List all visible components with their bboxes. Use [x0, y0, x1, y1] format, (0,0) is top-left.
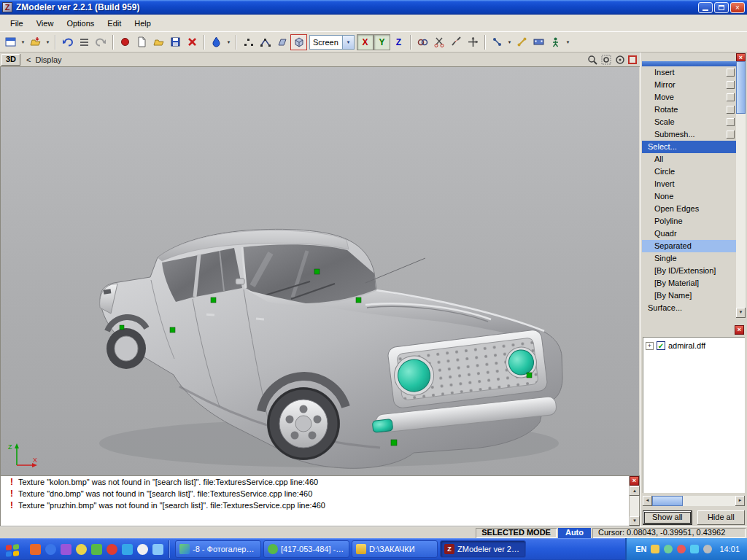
task-zmodeler[interactable]: Z ZModeler ver 2.2...	[440, 540, 526, 558]
bones-tool-button[interactable]	[514, 34, 530, 50]
orbit-icon[interactable]	[614, 54, 626, 66]
command-option-button[interactable]	[727, 93, 735, 101]
skeleton-dropdown[interactable]: ▼	[506, 34, 514, 50]
quick-launch-icon-3[interactable]	[61, 544, 71, 555]
language-indicator[interactable]: EN	[635, 545, 646, 553]
command-item-move[interactable]: Move	[642, 91, 736, 104]
maximize-viewport-button[interactable]	[628, 55, 637, 64]
view-mode-combobox[interactable]: Screen ▼	[309, 35, 355, 50]
quick-launch-icon-4[interactable]	[76, 544, 87, 555]
viewport-view-label[interactable]: Display	[35, 55, 61, 64]
scroll-right-icon[interactable]: ►	[735, 496, 745, 506]
open-file-button[interactable]	[150, 34, 167, 50]
log-entry[interactable]: ! Texture "kolon.bmp" was not found in "…	[1, 476, 639, 488]
command-option-button[interactable]	[727, 69, 735, 77]
edges-mode-button[interactable]	[257, 34, 274, 50]
command-item-insert[interactable]: Insert	[642, 66, 736, 79]
new-scene-button[interactable]	[2, 34, 19, 50]
axes-tool-button[interactable]	[465, 34, 481, 50]
tree-horizontal-scrollbar[interactable]: ◄ ►	[643, 496, 745, 506]
maximize-button[interactable]	[714, 2, 729, 13]
skeleton-tool-button[interactable]	[489, 34, 506, 50]
command-item-all[interactable]: All	[642, 153, 736, 166]
record-button[interactable]	[117, 34, 133, 50]
command-option-button[interactable]	[727, 118, 735, 126]
skin-tool-button[interactable]	[547, 34, 564, 50]
menu-help[interactable]: Help	[128, 16, 158, 31]
delete-button[interactable]	[184, 34, 201, 50]
scroll-down-icon[interactable]: ▼	[630, 516, 640, 526]
log-entry[interactable]: ! Texture "pruzhin.bmp" was not found in…	[1, 499, 639, 511]
axis-x-button[interactable]: X	[357, 34, 374, 50]
new-file-button[interactable]	[133, 34, 150, 50]
command-item-separated[interactable]: Separated	[642, 240, 736, 252]
import-dropdown[interactable]: ▼	[44, 34, 52, 50]
save-button[interactable]	[167, 34, 184, 50]
quick-launch-icon-9[interactable]	[152, 544, 163, 555]
start-button[interactable]	[4, 541, 21, 557]
menu-options[interactable]: Options	[60, 16, 101, 31]
command-item-scale[interactable]: Scale	[642, 116, 736, 128]
command-item-invert[interactable]: Invert	[642, 178, 736, 190]
scrollbar-thumb[interactable]	[652, 496, 683, 506]
close-icon[interactable]: ×	[735, 325, 744, 335]
quick-launch-icon-2[interactable]	[45, 544, 56, 555]
viewport-back-arrow[interactable]: <	[26, 55, 31, 64]
undo-button[interactable]	[59, 34, 76, 50]
quick-launch-icon-6[interactable]	[107, 544, 117, 555]
expand-icon[interactable]: +	[646, 342, 654, 350]
zoom-icon[interactable]	[587, 54, 598, 66]
scene-tree-item[interactable]: + ✓ admiral.dff	[646, 340, 742, 351]
material-dropdown[interactable]: ▼	[225, 34, 233, 50]
menu-view[interactable]: View	[30, 16, 61, 31]
command-item-none[interactable]: None	[642, 190, 736, 203]
command-item-quadr[interactable]: Quadr	[642, 228, 736, 240]
command-option-button[interactable]	[727, 81, 735, 89]
history-button[interactable]	[76, 34, 93, 50]
command-item-surface[interactable]: Surface...	[642, 302, 736, 314]
log-scrollbar[interactable]: × ▲ ▼	[629, 476, 639, 526]
command-option-button[interactable]	[727, 131, 735, 139]
close-icon[interactable]: ×	[630, 476, 639, 486]
import-button[interactable]	[27, 34, 44, 50]
log-entry[interactable]: ! Texture "dno.bmp" was not found in "[s…	[1, 488, 639, 499]
minimize-button[interactable]	[698, 2, 713, 13]
command-item-polyline[interactable]: Polyline	[642, 215, 736, 228]
scroll-down-icon[interactable]: ▼	[736, 308, 746, 318]
axis-z-button[interactable]: Z	[390, 34, 407, 50]
objects-mode-button[interactable]	[290, 34, 307, 50]
axis-y-button[interactable]: Y	[374, 34, 390, 50]
menu-file[interactable]: File	[4, 16, 30, 31]
animation-tool-button[interactable]	[530, 34, 547, 50]
redo-button[interactable]	[93, 34, 109, 50]
command-item-mirror[interactable]: Mirror	[642, 79, 736, 91]
task-photo-gallery[interactable]: -8 - Фотогалерея...	[175, 540, 261, 558]
command-option-button[interactable]	[727, 106, 735, 114]
tray-icon-4[interactable]	[690, 545, 699, 553]
scrollbar-thumb[interactable]	[736, 61, 746, 114]
command-item-partial[interactable]	[642, 61, 736, 66]
new-scene-dropdown[interactable]: ▼	[19, 34, 27, 50]
tray-icon-3[interactable]	[677, 545, 686, 553]
command-item-submesh[interactable]: Submesh...	[642, 128, 736, 141]
command-item-by-id[interactable]: [By ID/Extension]	[642, 265, 736, 277]
combobox-arrow-icon[interactable]: ▼	[342, 36, 354, 49]
break-tool-button[interactable]	[448, 34, 465, 50]
tray-icon-1[interactable]	[651, 545, 659, 553]
quick-launch-icon-1[interactable]	[30, 544, 41, 555]
task-icq[interactable]: [417-053-484] - O...	[263, 540, 349, 558]
quick-launch-icon-5[interactable]	[91, 544, 102, 555]
menu-edit[interactable]: Edit	[101, 16, 128, 31]
vertices-mode-button[interactable]	[240, 34, 257, 50]
command-item-rotate[interactable]: Rotate	[642, 104, 736, 116]
skin-dropdown[interactable]: ▼	[564, 34, 572, 50]
command-item-open-edges[interactable]: Open Edges	[642, 203, 736, 215]
zoom-region-icon[interactable]	[600, 54, 612, 66]
hide-all-button[interactable]: Hide all	[697, 510, 746, 525]
close-button[interactable]: ×	[730, 2, 745, 13]
scroll-left-icon[interactable]: ◄	[643, 496, 652, 506]
task-explorer-folder[interactable]: D:\ЗАКАЧКИ	[352, 540, 438, 558]
auto-badge[interactable]: Auto	[558, 528, 591, 538]
weld-tool-button[interactable]	[414, 34, 431, 50]
command-item-select[interactable]: Select...	[642, 141, 736, 153]
